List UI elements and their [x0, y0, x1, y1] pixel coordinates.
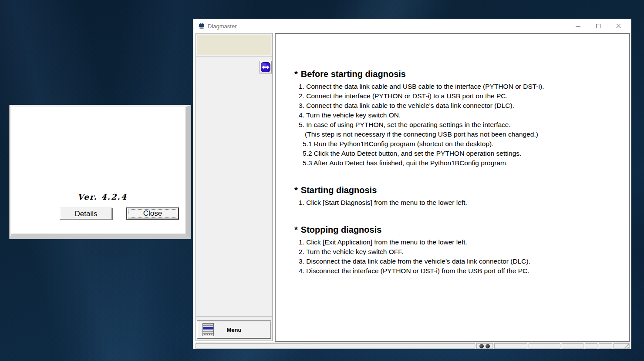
close-button-label: Close	[128, 209, 177, 218]
heading-text: Starting diagnosis	[301, 185, 377, 195]
status-segment	[585, 343, 597, 349]
status-segment	[562, 343, 583, 349]
instruction-line: 3. Connect the data link cable to the ve…	[294, 101, 620, 110]
menu-button-label: Menu	[197, 327, 271, 333]
status-segment	[196, 343, 475, 349]
status-segment	[614, 343, 630, 349]
status-segment	[494, 343, 527, 349]
instruction-line: 4. Turn the vehicle key switch ON.	[294, 110, 620, 120]
menu-button[interactable]: Menu	[197, 320, 271, 339]
app-icon	[198, 23, 205, 30]
heading-text: Stopping diagnosis	[301, 225, 382, 234]
instruction-line: 1. Click [Start Diagnosis] from the menu…	[294, 198, 620, 207]
instruction-line: 4. Disconnect the interface (PYTHON or D…	[294, 266, 620, 276]
window-close-button[interactable]	[608, 19, 628, 33]
maximize-icon	[596, 24, 600, 28]
instruction-line: 5.1 Run the Python1BConfig program (shor…	[294, 139, 620, 149]
window-controls	[568, 19, 628, 33]
instructions-text: *Before starting diagnosis1. Connect the…	[276, 34, 629, 341]
section-heading: *Before starting diagnosis	[294, 69, 620, 79]
instruction-line: 2. Turn the vehicle key switch OFF.	[294, 247, 620, 257]
status-dot-icon	[479, 344, 484, 348]
instruction-line: 1. Connect the data link cable and USB c…	[294, 82, 620, 91]
heading-text: Before starting diagnosis	[301, 69, 406, 79]
status-dot-icon	[486, 344, 490, 348]
left-right-arrow-icon	[261, 62, 270, 72]
section-heading: *Stopping diagnosis	[294, 225, 620, 235]
heading-star: *	[294, 185, 298, 195]
titlebar: Diagmaster	[193, 19, 631, 33]
instruction-line: 1. Click [Exit Application] from the men…	[294, 237, 620, 247]
desktop-background: Ver. 4.2.4 Details Close Diagmaster	[0, 0, 644, 361]
instructions-panel: *Before starting diagnosis1. Connect the…	[275, 33, 630, 342]
details-button[interactable]: Details	[60, 207, 112, 220]
minimize-button[interactable]	[568, 19, 588, 33]
heading-star: *	[294, 69, 298, 79]
instruction-line: 5.2 Click the Auto Detect button, and se…	[294, 149, 620, 158]
instruction-line: (This step is not necessary if the conne…	[294, 130, 620, 139]
status-segment	[529, 343, 560, 349]
collapse-sidebar-button[interactable]	[260, 61, 272, 74]
section-heading: *Starting diagnosis	[294, 185, 620, 195]
window-title: Diagmaster	[208, 23, 236, 30]
sidebar: Menu	[196, 33, 273, 341]
vehicle-info-panel	[197, 35, 271, 55]
status-segment-indicators	[476, 343, 493, 349]
maximize-button[interactable]	[588, 19, 608, 33]
splash-dialog: Ver. 4.2.4 Details Close	[10, 105, 191, 239]
heading-star: *	[294, 225, 298, 234]
sidebar-separator	[196, 56, 272, 57]
close-button[interactable]: Close	[126, 207, 179, 220]
status-bar	[196, 342, 631, 349]
instruction-line: 3. Disconnect the data link cable from t…	[294, 257, 620, 266]
resize-grip[interactable]	[624, 343, 629, 348]
minimize-icon	[576, 26, 580, 27]
instruction-line: 2. Connect the interface (PYTHON or DST-…	[294, 91, 620, 101]
status-segment	[599, 343, 612, 349]
instruction-line: 5. In case of using PYTHON, set the oper…	[294, 120, 620, 130]
version-label: Ver. 4.2.4	[15, 192, 189, 201]
instruction-line: 5.3 After Auto Detect has finished, quit…	[294, 158, 620, 168]
menu-separator	[196, 316, 272, 317]
diagmaster-window: Diagmaster Menu *Before starting dia	[193, 19, 631, 349]
